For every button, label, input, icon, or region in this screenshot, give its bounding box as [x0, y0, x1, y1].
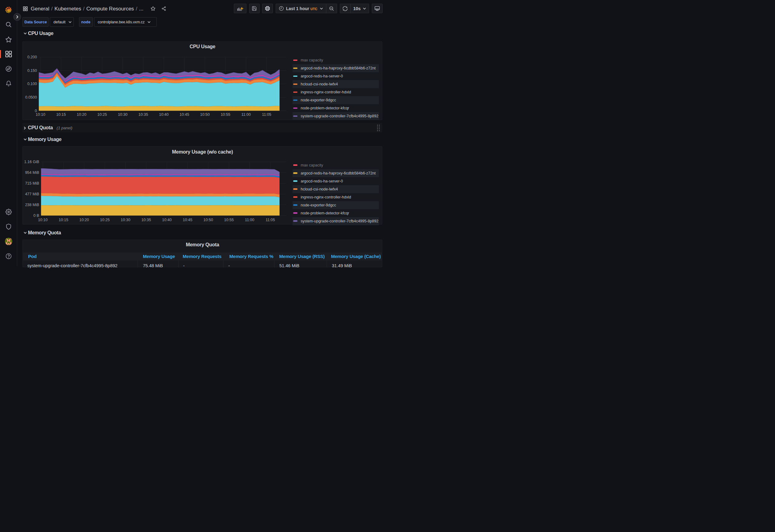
svg-text:10:15: 10:15 [56, 112, 66, 117]
svg-text:10:35: 10:35 [139, 112, 148, 117]
svg-text:238 MiB: 238 MiB [25, 203, 39, 207]
svg-text:0.0500: 0.0500 [25, 95, 37, 100]
svg-text:10:15: 10:15 [59, 218, 68, 222]
svg-text:10:20: 10:20 [80, 218, 89, 222]
svg-text:10:50: 10:50 [200, 112, 210, 117]
svg-text:1.16 GiB: 1.16 GiB [24, 160, 39, 164]
svg-text:10:45: 10:45 [180, 112, 189, 117]
svg-text:715 MiB: 715 MiB [25, 181, 39, 186]
svg-text:10:30: 10:30 [121, 218, 130, 222]
svg-text:477 MiB: 477 MiB [25, 192, 39, 196]
svg-text:11:05: 11:05 [266, 218, 275, 222]
svg-text:954 MiB: 954 MiB [25, 170, 39, 175]
svg-text:10:50: 10:50 [203, 218, 213, 222]
svg-text:10:55: 10:55 [224, 218, 234, 222]
svg-text:10:20: 10:20 [77, 112, 86, 117]
svg-text:0.100: 0.100 [27, 82, 37, 86]
svg-text:10:55: 10:55 [221, 112, 230, 117]
svg-text:10:10: 10:10 [38, 218, 48, 222]
svg-text:10:25: 10:25 [97, 112, 107, 117]
svg-text:10:35: 10:35 [141, 218, 151, 222]
svg-text:0 B: 0 B [33, 213, 39, 218]
svg-text:10:25: 10:25 [100, 218, 110, 222]
svg-text:10:10: 10:10 [36, 112, 45, 117]
svg-text:10:40: 10:40 [162, 218, 172, 222]
svg-text:0.200: 0.200 [27, 55, 37, 59]
svg-text:0.150: 0.150 [27, 68, 37, 72]
svg-text:11:00: 11:00 [241, 112, 251, 117]
svg-text:11:05: 11:05 [262, 112, 271, 117]
svg-text:10:40: 10:40 [159, 112, 169, 117]
svg-text:10:45: 10:45 [183, 218, 192, 222]
svg-text:10:30: 10:30 [118, 112, 127, 117]
svg-text:11:00: 11:00 [245, 218, 254, 222]
